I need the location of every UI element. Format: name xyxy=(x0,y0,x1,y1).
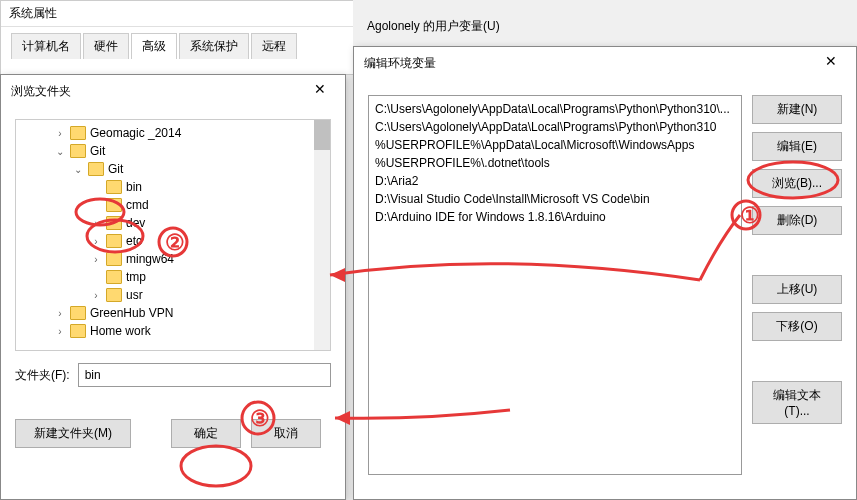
tree-item[interactable]: ›GreenHub VPN xyxy=(16,304,330,322)
expand-icon[interactable]: ⌄ xyxy=(72,164,84,175)
expand-icon[interactable]: › xyxy=(90,290,102,301)
tree-item-label: cmd xyxy=(126,198,149,212)
new-button[interactable]: 新建(N) xyxy=(752,95,842,124)
ok-button[interactable]: 确定 xyxy=(171,419,241,448)
expand-icon[interactable]: › xyxy=(90,236,102,247)
tree-item[interactable]: ›etc xyxy=(16,232,330,250)
tree-item-label: tmp xyxy=(126,270,146,284)
edit-body: C:\Users\Agolonely\AppData\Local\Program… xyxy=(354,79,856,491)
new-folder-button[interactable]: 新建文件夹(M) xyxy=(15,419,131,448)
folder-label: 文件夹(F): xyxy=(15,367,70,384)
folder-input-row: 文件夹(F): xyxy=(15,363,331,387)
dialog-title-bar: 浏览文件夹 ✕ xyxy=(1,75,345,107)
tree-item-label: GreenHub VPN xyxy=(90,306,173,320)
cancel-button[interactable]: 取消 xyxy=(251,419,321,448)
folder-icon xyxy=(70,306,86,320)
tree-item[interactable]: cmd xyxy=(16,196,330,214)
user-vars-header: Agolonely 的用户变量(U) xyxy=(353,0,857,41)
tree-item[interactable]: ›dev xyxy=(16,214,330,232)
dialog-buttons: 新建文件夹(M) 确定 取消 xyxy=(1,407,345,460)
move-down-button[interactable]: 下移(O) xyxy=(752,312,842,341)
folder-tree[interactable]: ›Geomagic _2014⌄Git⌄Gitbincmd›dev›etc›mi… xyxy=(15,119,331,351)
folder-icon xyxy=(106,216,122,230)
folder-icon xyxy=(106,252,122,266)
close-icon[interactable]: ✕ xyxy=(816,53,846,73)
expand-icon[interactable]: › xyxy=(90,254,102,265)
tree-item[interactable]: ›Home work xyxy=(16,322,330,340)
scrollbar-thumb[interactable] xyxy=(314,120,330,150)
edit-text-button[interactable]: 编辑文本(T)... xyxy=(752,381,842,424)
folder-icon xyxy=(106,180,122,194)
expand-icon[interactable]: › xyxy=(90,218,102,229)
tree-item-label: bin xyxy=(126,180,142,194)
env-section: Agolonely 的用户变量(U) 编辑环境变量 ✕ C:\Users\Ago… xyxy=(353,0,857,500)
tab-remote[interactable]: 远程 xyxy=(251,33,297,59)
tree-item-label: Git xyxy=(108,162,123,176)
tab-system-protection[interactable]: 系统保护 xyxy=(179,33,249,59)
browse-folder-dialog: 浏览文件夹 ✕ ›Geomagic _2014⌄Git⌄Gitbincmd›de… xyxy=(0,74,346,500)
expand-icon[interactable]: › xyxy=(54,308,66,319)
path-item[interactable]: C:\Users\Agolonely\AppData\Local\Program… xyxy=(373,100,737,118)
edit-button[interactable]: 编辑(E) xyxy=(752,132,842,161)
path-item[interactable]: %USERPROFILE%\AppData\Local\Microsoft\Wi… xyxy=(373,136,737,154)
folder-icon xyxy=(70,126,86,140)
close-icon[interactable]: ✕ xyxy=(305,81,335,101)
tree-item-label: usr xyxy=(126,288,143,302)
tree-item-label: mingw64 xyxy=(126,252,174,266)
edit-title-bar: 编辑环境变量 ✕ xyxy=(354,47,856,79)
folder-icon xyxy=(106,234,122,248)
tree-item-label: etc xyxy=(126,234,142,248)
tree-item[interactable]: ›mingw64 xyxy=(16,250,330,268)
tree-item[interactable]: tmp xyxy=(16,268,330,286)
tree-scrollbar[interactable] xyxy=(314,120,330,350)
expand-icon[interactable]: › xyxy=(54,326,66,337)
path-list[interactable]: C:\Users\Agolonely\AppData\Local\Program… xyxy=(368,95,742,475)
move-up-button[interactable]: 上移(U) xyxy=(752,275,842,304)
edit-buttons-column: 新建(N) 编辑(E) 浏览(B)... 删除(D) 上移(U) 下移(O) 编… xyxy=(752,95,842,475)
folder-icon xyxy=(88,162,104,176)
tree-item-label: dev xyxy=(126,216,145,230)
folder-icon xyxy=(70,144,86,158)
path-item[interactable]: D:\Arduino IDE for Windows 1.8.16\Arduin… xyxy=(373,208,737,226)
window-title: 系统属性 xyxy=(1,1,354,27)
dialog-title: 浏览文件夹 xyxy=(11,83,71,100)
edit-dialog-title: 编辑环境变量 xyxy=(364,55,436,72)
tree-item[interactable]: ›usr xyxy=(16,286,330,304)
tree-item[interactable]: bin xyxy=(16,178,330,196)
tree-item[interactable]: ›Geomagic _2014 xyxy=(16,124,330,142)
tree-item-label: Git xyxy=(90,144,105,158)
tab-hardware[interactable]: 硬件 xyxy=(83,33,129,59)
tree-item[interactable]: ⌄Git xyxy=(16,160,330,178)
tree-item-label: Home work xyxy=(90,324,151,338)
folder-icon xyxy=(106,270,122,284)
tabs-bar: 计算机名 硬件 高级 系统保护 远程 xyxy=(1,27,354,59)
folder-input[interactable] xyxy=(78,363,331,387)
folder-icon xyxy=(106,198,122,212)
path-item[interactable]: C:\Users\Agolonely\AppData\Local\Program… xyxy=(373,118,737,136)
path-item[interactable]: D:\Visual Studio Code\Install\Microsoft … xyxy=(373,190,737,208)
delete-button[interactable]: 删除(D) xyxy=(752,206,842,235)
tab-computer-name[interactable]: 计算机名 xyxy=(11,33,81,59)
folder-icon xyxy=(70,324,86,338)
path-item[interactable]: D:\Aria2 xyxy=(373,172,737,190)
tree-item[interactable]: ⌄Git xyxy=(16,142,330,160)
path-item[interactable]: %USERPROFILE%\.dotnet\tools xyxy=(373,154,737,172)
edit-env-dialog: 编辑环境变量 ✕ C:\Users\Agolonely\AppData\Loca… xyxy=(353,46,857,500)
tab-advanced[interactable]: 高级 xyxy=(131,33,177,59)
expand-icon[interactable]: ⌄ xyxy=(54,146,66,157)
browse-button[interactable]: 浏览(B)... xyxy=(752,169,842,198)
system-properties-window: 系统属性 计算机名 硬件 高级 系统保护 远程 xyxy=(0,0,355,75)
tree-item-label: Geomagic _2014 xyxy=(90,126,181,140)
expand-icon[interactable]: › xyxy=(54,128,66,139)
folder-icon xyxy=(106,288,122,302)
